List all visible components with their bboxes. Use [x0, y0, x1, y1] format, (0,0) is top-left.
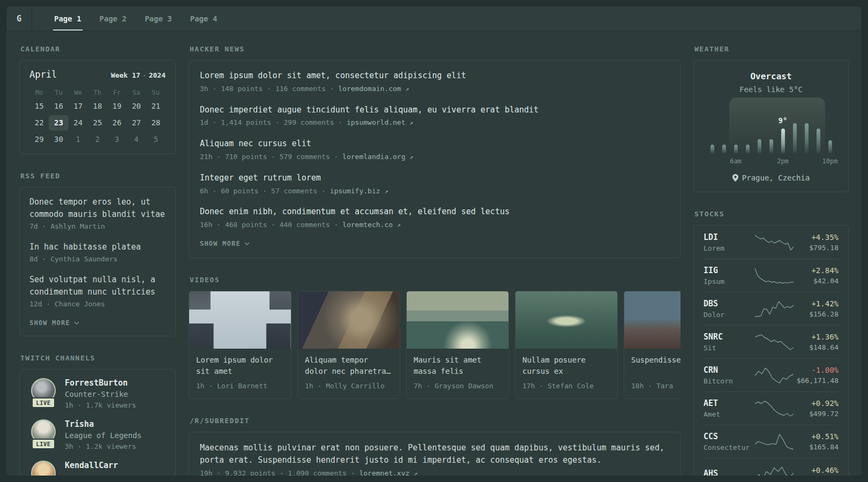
calendar-day-next-month: 1 [69, 132, 88, 147]
weather-widget: WEATHER Overcast Feels like 5°C 9° 6am2p… [693, 45, 849, 192]
hn-domain-link[interactable]: ipsumify.biz ↗ [330, 187, 388, 195]
hacker-news-widget: HACKER NEWS Lorem ipsum dolor sit amet, … [189, 45, 680, 258]
stock-change: +0.92% [794, 399, 839, 408]
hn-story-link[interactable]: Donec imperdiet augue tincidunt felis al… [200, 104, 669, 116]
rss-widget: RSS FEED Donec tempor eros leo, ut commo… [19, 172, 176, 336]
twitch-widget: TWITCH CHANNELS LIVE ForrestBurton Count… [19, 354, 176, 476]
calendar-day: 26 [107, 115, 126, 131]
calendar-day: 24 [69, 115, 88, 131]
stock-name: Dolor [704, 311, 755, 319]
stock-row[interactable]: SNRCSit +1.36%$148.64 [704, 325, 839, 358]
hn-item: Integer eget rutrum lorem 6h · 60 points… [200, 172, 669, 197]
weather-bar [722, 145, 726, 154]
video-card[interactable]: Mauris sit amet massa felis 7h · Grayson… [406, 291, 509, 399]
calendar-week-info: Week 17·2024 [111, 71, 166, 79]
video-card[interactable]: Lorem ipsum dolor sit amet consectetu… 1… [189, 291, 291, 399]
app-logo[interactable]: G [6, 6, 32, 31]
twitch-channel-row[interactable]: LIVE ForrestBurton Counter-Strike 1h · 1… [29, 378, 166, 411]
video-card[interactable]: Suspendisse diam 18h · Tara [624, 291, 680, 399]
stock-name: Lorem [704, 244, 755, 252]
calendar-day: 22 [29, 115, 49, 131]
twitch-channel-meta: 3h · 1.2k viewers [65, 442, 141, 452]
subreddit-post-link[interactable]: Maecenas mollis pulvinar erat non posuer… [200, 442, 669, 467]
video-meta: 1h · Lori Barnett [196, 381, 284, 391]
stock-row[interactable]: AHS +0.46% [704, 458, 839, 476]
live-badge: LIVE [32, 439, 55, 449]
weather-axis-label: 2pm [777, 157, 789, 165]
calendar-day: 16 [49, 99, 68, 114]
video-title: Nullam posuere cursus ex [522, 355, 610, 377]
stock-row[interactable]: LDILorem +4.35%$795.18 [704, 226, 839, 259]
right-column: WEATHER Overcast Feels like 5°C 9° 6am2p… [693, 45, 849, 476]
hn-story-link[interactable]: Integer eget rutrum lorem [200, 172, 669, 184]
calendar-day-grid: 15 16 17 18 19 20 21 22 23 24 25 26 27 2… [29, 99, 166, 147]
hn-meta: 16h · 468 points · 440 comments · [200, 221, 342, 229]
rss-item-link[interactable]: In hac habitasse platea [29, 241, 166, 253]
calendar-header: April Week 17·2024 [29, 69, 166, 80]
video-thumbnail [624, 291, 680, 349]
hn-domain-link[interactable]: loremtech.co ↗ [342, 221, 401, 229]
tab-page-2[interactable]: Page 2 [91, 6, 136, 31]
stock-row[interactable]: AETAmet +0.92%$499.72 [704, 391, 839, 425]
video-meta: 7h · Grayson Dawson [414, 381, 502, 391]
stock-row[interactable]: CRNBitcorn -1.00%$66,171.48 [704, 358, 839, 391]
video-thumbnail [189, 291, 291, 349]
rss-item: Sed volutpat nulla nisl, a condimentum n… [29, 274, 166, 310]
stock-price: $499.72 [794, 410, 839, 418]
weather-bar [758, 139, 761, 154]
hn-meta: 1d · 1,414 points · 299 comments · [200, 118, 347, 126]
twitch-avatar-wrap [29, 461, 57, 476]
rss-show-more-button[interactable]: SHOW MORE [29, 319, 79, 327]
stock-price: $66,171.48 [794, 376, 839, 385]
avatar [31, 461, 56, 476]
twitch-channel-row[interactable]: KendallCarr [29, 461, 166, 476]
hn-domain-link[interactable]: loremlandia.org ↗ [342, 153, 413, 161]
video-title: Lorem ipsum dolor sit amet consectetu… [196, 355, 284, 377]
hn-story-link[interactable]: Donec enim nibh, condimentum et accumsan… [200, 206, 669, 218]
hn-domain-link[interactable]: ipsumworld.net ↗ [347, 118, 414, 126]
hn-show-more-button[interactable]: SHOW MORE [200, 240, 250, 247]
twitch-channel-name: ForrestBurton [65, 378, 136, 388]
tab-page-4[interactable]: Page 4 [181, 6, 227, 31]
rss-item-link[interactable]: Donec tempor eros leo, ut commodo mauris… [29, 196, 166, 220]
weather-bar [793, 123, 797, 154]
weather-location: Prague, Czechia [702, 174, 840, 182]
rss-item-meta: 12d · Chance Jones [29, 299, 166, 310]
stock-symbol: DBS [704, 299, 755, 308]
stock-row[interactable]: IIGIpsum +2.84%$42.04 [704, 259, 839, 292]
stock-symbol: AET [704, 398, 755, 408]
video-card[interactable]: Nullam posuere cursus ex 17h · Stefan Co… [515, 291, 618, 399]
stock-change: +1.42% [794, 299, 839, 308]
calendar-day-next-month: 3 [107, 132, 126, 147]
stock-price: $165.84 [794, 443, 839, 451]
hn-story-link[interactable]: Lorem ipsum dolor sit amet, consectetur … [200, 70, 669, 82]
section-title-calendar: CALENDAR [20, 45, 175, 53]
twitch-channel-row[interactable]: LIVE Trisha League of Legends 3h · 1.2k … [29, 419, 166, 452]
weekday-label: Su [146, 87, 166, 99]
tab-page-3[interactable]: Page 3 [136, 6, 181, 31]
stock-change: +2.84% [794, 266, 839, 275]
twitch-channel-info: Trisha League of Legends 3h · 1.2k viewe… [65, 419, 141, 452]
calendar-day: 29 [29, 132, 49, 147]
tab-page-1[interactable]: Page 1 [45, 6, 91, 31]
hn-domain-link[interactable]: loremdomain.com ↗ [338, 85, 409, 93]
stock-symbol: AHS [704, 469, 755, 476]
calendar-day-next-month: 2 [88, 132, 107, 147]
daylight-region [729, 97, 825, 155]
calendar-month: April [29, 69, 57, 80]
rss-item-meta: 7d · Ashlyn Martin [29, 222, 166, 232]
hn-story-link[interactable]: Aliquam nec cursus elit [200, 138, 669, 150]
video-thumbnail [298, 291, 400, 349]
rss-item-link[interactable]: Sed volutpat nulla nisl, a condimentum n… [29, 274, 166, 298]
rss-item: In hac habitasse platea 8d · Cynthia Sau… [29, 241, 166, 265]
stock-symbol: CCS [704, 432, 755, 441]
dashboard-content: CALENDAR April Week 17·2024 Mo Tu We Th … [6, 31, 862, 476]
stock-row[interactable]: DBSDolor +1.42%$156.28 [704, 292, 839, 325]
stock-row[interactable]: CCSConsectetur +0.51%$165.84 [704, 425, 839, 458]
video-card[interactable]: Aliquam tempor dolor nec pharetra… 1h · … [297, 291, 400, 399]
rss-card: Donec tempor eros leo, ut commodo mauris… [19, 187, 176, 336]
video-thumbnail [407, 291, 508, 349]
weather-bar-current [781, 129, 785, 154]
subreddit-domain-link[interactable]: loremnet.xyz ↗ [359, 469, 417, 476]
weekday-label: Tu [49, 87, 68, 99]
